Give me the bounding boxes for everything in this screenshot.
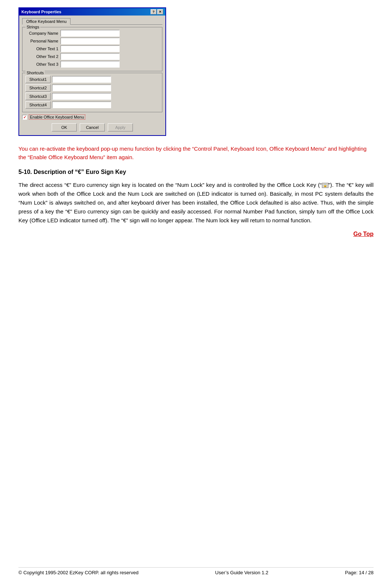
company-name-label: Company Name xyxy=(25,31,61,35)
other-text2-input[interactable] xyxy=(61,53,120,60)
shortcut4-input[interactable] xyxy=(52,102,111,108)
dialog-footer: OK Cancel Apply xyxy=(22,121,162,133)
dialog-tabs: Office Keyboard Menu xyxy=(22,18,162,25)
body-paragraph: The direct access “€” Euro currency sign… xyxy=(18,181,374,225)
footer-guide: User’s Guide Version 1.2 xyxy=(215,570,268,575)
page-container: Keyboard Properties ? ✕ Office Keyboard … xyxy=(0,0,392,582)
other-text1-label: Other Text 1 xyxy=(25,47,61,51)
page-footer: © Copyright 1995-2002 EzKey CORP. all ri… xyxy=(18,567,374,575)
other-text2-row: Other Text 2 xyxy=(25,53,159,60)
dialog-titlebar: Keyboard Properties ? ✕ xyxy=(19,8,165,16)
enable-checkbox-row[interactable]: ✓ Enable Office Keyboard Menu xyxy=(22,114,162,120)
personal-name-label: Personal Name xyxy=(25,39,61,43)
other-text3-row: Other Text 3 xyxy=(25,61,159,68)
cancel-button[interactable]: Cancel xyxy=(80,123,105,131)
shortcut4-row: Shortcut4 xyxy=(25,101,159,109)
dialog-wrapper: Keyboard Properties ? ✕ Office Keyboard … xyxy=(18,7,374,136)
reactivate-paragraph: You can re-activate the keyboard pop-up … xyxy=(18,145,374,161)
shortcut3-row: Shortcut3 xyxy=(25,93,159,100)
shortcut2-button[interactable]: Shortcut2 xyxy=(25,84,51,92)
checkbox-check-icon: ✓ xyxy=(23,115,26,119)
enable-checkbox[interactable]: ✓ xyxy=(22,115,27,120)
company-name-row: Company Name xyxy=(25,30,159,37)
shortcut1-button[interactable]: Shortcut1 xyxy=(25,76,51,83)
enable-checkbox-label: Enable Office Keyboard Menu xyxy=(29,114,85,120)
shortcut1-row: Shortcut1 xyxy=(25,76,159,83)
other-text2-label: Other Text 2 xyxy=(25,54,61,59)
section-heading: 5-10. Description of “€” Euro Sign Key xyxy=(18,169,374,175)
personal-name-input[interactable] xyxy=(61,38,120,44)
office-lock-icon: 🔒 xyxy=(322,183,329,188)
company-name-input[interactable] xyxy=(61,30,120,37)
shortcut4-button[interactable]: Shortcut4 xyxy=(25,101,51,109)
go-top-container: Go Top xyxy=(18,231,374,237)
tab-office-keyboard-menu[interactable]: Office Keyboard Menu xyxy=(22,18,71,25)
dialog-title: Keyboard Properties xyxy=(21,10,61,14)
titlebar-buttons: ? ✕ xyxy=(151,9,163,14)
apply-button[interactable]: Apply xyxy=(108,123,133,131)
other-text1-row: Other Text 1 xyxy=(25,45,159,52)
shortcut1-input[interactable] xyxy=(52,76,111,83)
shortcut2-row: Shortcut2 xyxy=(25,84,159,92)
footer-copyright: © Copyright 1995-2002 EzKey CORP. all ri… xyxy=(18,570,138,575)
ok-button[interactable]: OK xyxy=(52,123,77,131)
shortcut2-input[interactable] xyxy=(52,85,111,91)
strings-group: Strings Company Name Personal Name Other… xyxy=(22,27,162,71)
other-text1-input[interactable] xyxy=(61,45,120,52)
strings-group-label: Strings xyxy=(25,25,40,29)
close-button[interactable]: ✕ xyxy=(157,9,163,14)
help-button[interactable]: ? xyxy=(151,9,157,14)
footer-page: Page: 14 / 28 xyxy=(345,570,374,575)
personal-name-row: Personal Name xyxy=(25,38,159,44)
shortcut3-button[interactable]: Shortcut3 xyxy=(25,93,51,100)
shortcuts-group-label: Shortcuts xyxy=(25,71,45,75)
other-text3-label: Other Text 3 xyxy=(25,62,61,66)
other-text3-input[interactable] xyxy=(61,61,120,68)
keyboard-properties-dialog: Keyboard Properties ? ✕ Office Keyboard … xyxy=(18,7,166,136)
shortcuts-group: Shortcuts Shortcut1 Shortcut2 Shortcut3 xyxy=(22,73,162,112)
shortcut3-input[interactable] xyxy=(52,93,111,100)
go-top-link[interactable]: Go Top xyxy=(353,231,374,237)
dialog-body: Office Keyboard Menu Strings Company Nam… xyxy=(19,16,165,135)
